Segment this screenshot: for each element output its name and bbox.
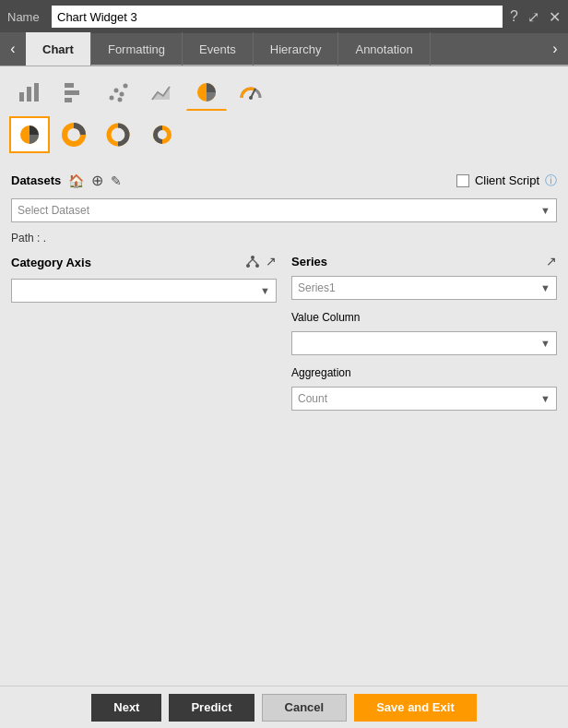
svg-point-22 bbox=[251, 256, 254, 259]
svg-point-17 bbox=[70, 131, 77, 138]
svg-marker-11 bbox=[152, 87, 170, 100]
chart-icons-section bbox=[0, 66, 568, 162]
client-script-info-icon[interactable]: ⓘ bbox=[545, 173, 557, 189]
series-arrow-icon[interactable]: ↗ bbox=[546, 254, 557, 269]
svg-rect-4 bbox=[65, 90, 79, 95]
svg-rect-1 bbox=[27, 87, 31, 101]
predict-button[interactable]: Predict bbox=[169, 694, 254, 722]
chart-icon-row-2 bbox=[9, 116, 559, 153]
move-icon[interactable]: ⤢ bbox=[527, 8, 539, 26]
svg-point-21 bbox=[158, 130, 167, 139]
category-axis-icons: ↗ bbox=[245, 254, 277, 271]
svg-point-9 bbox=[124, 84, 128, 89]
svg-point-23 bbox=[246, 264, 250, 268]
svg-rect-0 bbox=[19, 92, 24, 101]
svg-point-24 bbox=[255, 264, 259, 268]
value-column-select[interactable]: ▼ bbox=[291, 331, 557, 355]
svg-rect-2 bbox=[34, 83, 39, 101]
name-label: Name bbox=[7, 10, 44, 24]
aggregation-select-container: Count ▼ bbox=[291, 387, 557, 411]
widget-name-input[interactable] bbox=[52, 6, 503, 28]
dataset-chevron-icon: ▼ bbox=[540, 205, 550, 216]
client-script-row: Client Script ⓘ bbox=[456, 173, 557, 189]
tab-annotation[interactable]: Annotation bbox=[338, 32, 430, 66]
datasets-label: Datasets bbox=[11, 173, 61, 187]
donut-ring-icon[interactable] bbox=[98, 116, 138, 153]
path-row: Path : . bbox=[11, 232, 557, 245]
cancel-button[interactable]: Cancel bbox=[262, 694, 348, 722]
aggregation-select[interactable]: Count ▼ bbox=[291, 387, 557, 411]
two-col-section: Category Axis ↗ bbox=[11, 254, 557, 411]
tab-back-button[interactable]: ‹ bbox=[0, 32, 26, 66]
path-value: . bbox=[43, 232, 46, 245]
donut-partial-icon[interactable] bbox=[53, 116, 94, 153]
main-content: Datasets 🏠 ⊕ ✎ Client Script ⓘ Select Da… bbox=[0, 162, 568, 420]
svg-line-26 bbox=[253, 259, 257, 264]
path-label: Path : bbox=[11, 232, 40, 245]
bar-horizontal-chart-icon[interactable] bbox=[53, 74, 94, 111]
pie-chart-icon[interactable] bbox=[186, 74, 227, 111]
donut-gap-icon[interactable] bbox=[142, 116, 183, 153]
tab-bar: ‹ Chart Formatting Events Hierarchy Anno… bbox=[0, 33, 568, 66]
datasets-header-row: Datasets 🏠 ⊕ ✎ Client Script ⓘ bbox=[11, 172, 557, 189]
tab-chart[interactable]: Chart bbox=[26, 32, 91, 66]
svg-point-6 bbox=[110, 96, 114, 101]
series-header: Series ↗ bbox=[291, 254, 557, 269]
svg-point-10 bbox=[118, 98, 123, 102]
svg-point-14 bbox=[249, 96, 253, 100]
svg-line-25 bbox=[248, 259, 253, 264]
bar-chart-icon[interactable] bbox=[9, 74, 50, 111]
series-label: Series bbox=[291, 255, 327, 269]
tab-forward-button[interactable]: › bbox=[542, 32, 568, 66]
close-icon[interactable]: ✕ bbox=[549, 8, 561, 26]
client-script-label: Client Script bbox=[475, 173, 539, 187]
aggregation-value: Count bbox=[298, 392, 327, 405]
series-select-container: Series1 ▼ bbox=[291, 276, 557, 300]
datasets-add-icon[interactable]: ⊕ bbox=[91, 172, 103, 189]
datasets-edit-icon[interactable]: ✎ bbox=[111, 173, 122, 188]
left-column: Category Axis ↗ bbox=[11, 254, 277, 411]
title-icon-group: ? ⤢ ✕ bbox=[510, 8, 561, 26]
category-axis-select-container: ▼ bbox=[11, 279, 277, 303]
value-column-chevron-icon: ▼ bbox=[540, 338, 550, 349]
svg-rect-5 bbox=[65, 98, 72, 102]
datasets-home-icon[interactable]: 🏠 bbox=[68, 173, 84, 188]
category-axis-network-icon[interactable] bbox=[245, 254, 260, 271]
help-icon[interactable]: ? bbox=[510, 8, 518, 26]
category-axis-select[interactable]: ▼ bbox=[11, 279, 277, 303]
gauge-chart-icon[interactable] bbox=[231, 74, 271, 111]
next-button[interactable]: Next bbox=[91, 694, 161, 722]
dataset-select-container: Select Dataset ▼ bbox=[11, 198, 557, 222]
dataset-select[interactable]: Select Dataset ▼ bbox=[11, 198, 557, 222]
tab-formatting[interactable]: Formatting bbox=[91, 32, 183, 66]
client-script-checkbox[interactable] bbox=[456, 174, 469, 187]
aggregation-chevron-icon: ▼ bbox=[540, 393, 550, 404]
tab-events[interactable]: Events bbox=[183, 32, 254, 66]
save-exit-button[interactable]: Save and Exit bbox=[354, 694, 477, 722]
svg-point-19 bbox=[113, 130, 123, 139]
area-chart-icon[interactable] bbox=[142, 74, 183, 111]
title-bar: Name ? ⤢ ✕ bbox=[0, 0, 568, 33]
chart-icon-row-1 bbox=[9, 74, 559, 111]
right-column: Series ↗ Series1 ▼ Value Column ▼ Aggreg… bbox=[291, 254, 557, 411]
category-axis-header: Category Axis ↗ bbox=[11, 254, 277, 271]
svg-rect-3 bbox=[65, 83, 74, 88]
footer: Next Predict Cancel Save and Exit bbox=[0, 686, 568, 728]
datasets-label-row: Datasets 🏠 ⊕ ✎ bbox=[11, 172, 122, 189]
value-column-label: Value Column bbox=[291, 311, 557, 324]
category-axis-arrow-icon[interactable]: ↗ bbox=[266, 254, 277, 271]
scatter-chart-icon[interactable] bbox=[98, 74, 138, 111]
dataset-placeholder: Select Dataset bbox=[18, 204, 89, 217]
aggregation-label: Aggregation bbox=[291, 366, 557, 379]
series-select[interactable]: Series1 ▼ bbox=[291, 276, 557, 300]
full-pie-icon[interactable] bbox=[9, 116, 50, 153]
series-chevron-icon: ▼ bbox=[540, 282, 550, 293]
tab-hierarchy[interactable]: Hierarchy bbox=[254, 32, 339, 66]
category-axis-chevron-icon: ▼ bbox=[260, 285, 270, 296]
svg-point-8 bbox=[120, 92, 124, 97]
value-column-select-container: ▼ bbox=[291, 331, 557, 355]
category-axis-label: Category Axis bbox=[11, 256, 91, 269]
svg-point-7 bbox=[114, 89, 119, 93]
series-value: Series1 bbox=[298, 281, 336, 294]
